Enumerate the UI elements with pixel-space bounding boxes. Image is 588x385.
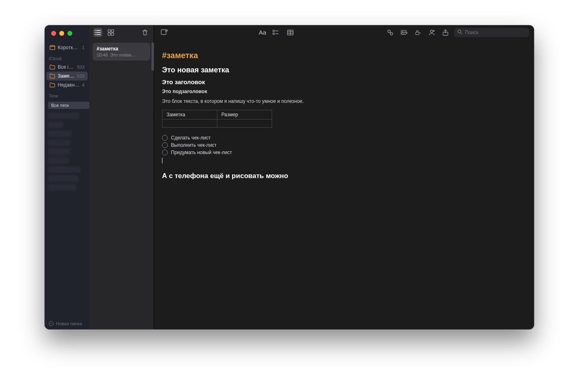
text-caret	[162, 158, 162, 163]
note-subheading[interactable]: Это подзаголовок	[162, 89, 526, 94]
window-minimize-button[interactable]	[59, 31, 64, 36]
sidebar-folder-count: 833	[77, 65, 84, 70]
tag-blurred	[48, 166, 80, 173]
sidebar-section-tags: Теги	[45, 89, 89, 100]
lock-button[interactable]	[413, 28, 423, 37]
svg-point-27	[433, 30, 434, 31]
table-header-cell[interactable]: Размер	[217, 110, 272, 120]
plus-circle-icon: +	[49, 321, 54, 326]
search-input[interactable]	[465, 30, 526, 35]
tag-blurred	[48, 122, 63, 128]
svg-point-24	[402, 31, 403, 32]
sidebar: Коротки… 1 iCloud Все iCl… 833 Заметки 8…	[45, 25, 89, 329]
note-item-time: 10:46	[97, 52, 108, 57]
svg-rect-10	[108, 33, 110, 35]
note-table[interactable]: Заметка Размер	[162, 110, 272, 128]
tag-blurred	[48, 139, 70, 146]
tag-blurred	[48, 113, 80, 119]
media-button[interactable]	[399, 28, 409, 37]
svg-point-13	[273, 30, 275, 32]
search-icon	[457, 29, 463, 36]
table-button[interactable]	[285, 28, 296, 37]
note-item-title: #заметка	[97, 46, 146, 52]
tag-all[interactable]: Все теги	[48, 102, 89, 109]
note-paragraph[interactable]: Это блок текста, в котором я напишу что-…	[162, 98, 526, 104]
delete-note-button[interactable]	[141, 28, 149, 37]
svg-point-15	[273, 33, 275, 35]
sidebar-quicknotes-count: 1	[82, 45, 84, 50]
table-row[interactable]: Заметка Размер	[162, 110, 272, 120]
new-folder-label: Новая папка	[56, 321, 82, 326]
compose-button[interactable]	[159, 28, 169, 37]
folder-icon	[50, 83, 55, 87]
svg-point-29	[458, 30, 461, 33]
tag-blurred	[48, 175, 78, 182]
sidebar-folder-notes[interactable]: Заметки 833	[46, 72, 88, 80]
svg-rect-8	[108, 30, 110, 32]
checkbox-circle-icon[interactable]	[162, 135, 168, 141]
sidebar-folder-label: Все iCl…	[58, 64, 75, 70]
svg-point-7	[95, 34, 96, 35]
tag-blurred	[48, 148, 70, 155]
svg-point-6	[95, 32, 96, 33]
table-header-cell[interactable]: Заметка	[162, 110, 217, 120]
tag-blurred	[48, 184, 76, 191]
list-toolbar	[89, 25, 153, 39]
window-close-button[interactable]	[51, 31, 56, 36]
sidebar-quicknotes-label: Коротки…	[58, 45, 80, 50]
quicknote-icon	[50, 45, 55, 50]
table-row[interactable]	[162, 120, 272, 128]
checkbox-circle-icon[interactable]	[162, 150, 168, 155]
svg-point-5	[95, 30, 96, 31]
checklist-label: Сделать чек-лист	[171, 135, 211, 141]
table-cell[interactable]	[217, 120, 272, 128]
traffic-lights	[51, 31, 72, 36]
editor-body[interactable]: #заметка Это новая заметка Это заголовок…	[154, 39, 534, 188]
svg-point-26	[430, 30, 433, 33]
editor-toolbar: Aa	[154, 25, 534, 39]
app-window: Коротки… 1 iCloud Все iCl… 833 Заметки 8…	[45, 25, 534, 329]
tag-blurred	[48, 131, 71, 137]
search-box[interactable]	[454, 28, 529, 37]
checklist-label: Выполнить чек-лист	[171, 142, 216, 148]
table-cell[interactable]	[162, 120, 217, 128]
note-hashtag[interactable]: #заметка	[162, 51, 526, 60]
checklist-label: Придумать новый чек-лист	[171, 150, 232, 155]
sidebar-folder-label: Заметки	[58, 73, 75, 79]
svg-rect-12	[161, 30, 166, 35]
note-item-preview: Это новая…	[110, 52, 136, 57]
checklist-item[interactable]: Сделать чек-лист	[162, 135, 526, 141]
format-text-button[interactable]: Aa	[259, 29, 266, 36]
svg-rect-0	[50, 46, 55, 50]
view-list-button[interactable]	[93, 28, 102, 37]
share-button[interactable]	[440, 28, 451, 37]
svg-rect-25	[416, 32, 419, 35]
svg-line-30	[460, 33, 462, 34]
checkbox-circle-icon[interactable]	[162, 142, 168, 148]
note-list-item[interactable]: #заметка 10:46 Это новая…	[93, 43, 150, 61]
sidebar-quicknotes[interactable]: Коротки… 1	[46, 43, 88, 52]
sidebar-folder-label: Недавн…	[58, 82, 80, 88]
note-heading[interactable]: Это заголовок	[162, 78, 526, 85]
checklist-item[interactable]: Придумать новый чек-лист	[162, 150, 526, 155]
note-heading-draw[interactable]: А с телефона ещё и рисовать можно	[162, 172, 526, 180]
sidebar-folder-count: 4	[82, 83, 84, 87]
editor-column: Aa	[154, 25, 534, 329]
collaborate-button[interactable]	[426, 28, 437, 37]
svg-rect-9	[111, 30, 114, 32]
link-button[interactable]	[385, 28, 396, 37]
format-group: Aa	[259, 28, 295, 37]
new-folder-button[interactable]: + Новая папка	[45, 318, 89, 329]
folder-icon	[50, 65, 55, 70]
checklist-button[interactable]	[270, 28, 281, 37]
sidebar-section-icloud: iCloud	[45, 52, 89, 63]
sidebar-folder-all-icloud[interactable]: Все iCl… 833	[46, 63, 88, 72]
folder-icon	[50, 74, 55, 78]
note-title[interactable]: Это новая заметка	[162, 66, 526, 74]
tag-blurred	[48, 157, 69, 164]
svg-rect-11	[111, 33, 114, 35]
window-zoom-button[interactable]	[67, 31, 72, 36]
checklist-item[interactable]: Выполнить чек-лист	[162, 142, 526, 148]
sidebar-folder-recent[interactable]: Недавн… 4	[46, 80, 88, 89]
view-grid-button[interactable]	[106, 28, 115, 37]
